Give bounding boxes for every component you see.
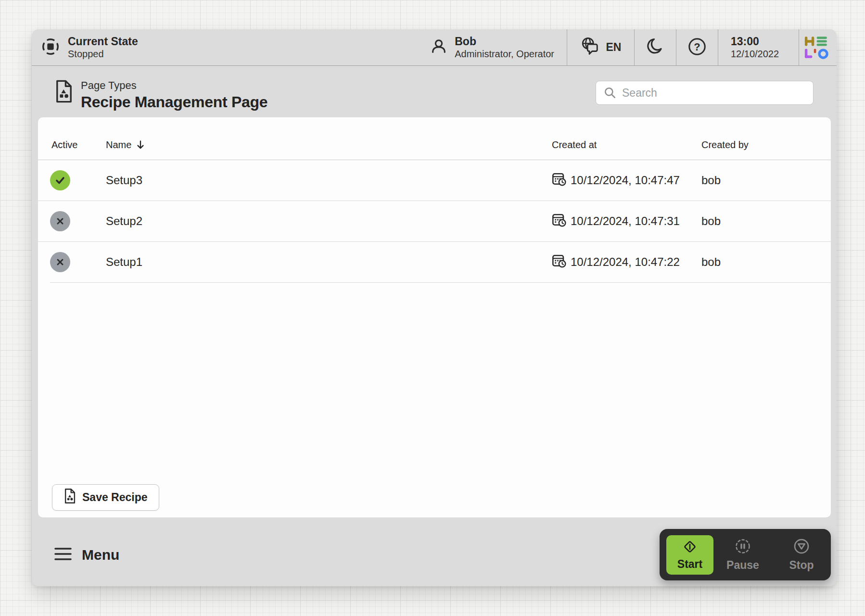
active-status-toggle[interactable]: [50, 170, 70, 190]
stop-icon: [793, 538, 810, 556]
search-icon: [604, 87, 616, 99]
recipe-created-at: 10/12/2024, 10:47:47: [571, 174, 680, 187]
stopped-state-icon: [40, 37, 61, 59]
recipe-row[interactable]: Setup2 10/12/2024, 10:47:31 bob: [38, 201, 831, 241]
recipe-created-at: 10/12/2024, 10:47:31: [571, 214, 680, 228]
stop-button[interactable]: Stop: [772, 529, 831, 580]
page-title: Recipe Management Page: [81, 93, 267, 111]
recipe-name: Setup3: [106, 174, 552, 187]
state-value: Stopped: [68, 48, 138, 60]
recipe-page-icon: [54, 79, 74, 105]
dark-mode-toggle[interactable]: [634, 29, 676, 65]
column-header-created-by[interactable]: Created by: [701, 139, 831, 151]
hamburger-icon: [54, 547, 72, 563]
language-code: EN: [606, 41, 622, 54]
user-roles: Administrator, Operator: [455, 48, 554, 60]
pause-icon: [734, 538, 751, 556]
table-bottom-divider: [50, 282, 831, 283]
menu-label: Menu: [82, 547, 119, 563]
start-icon: [682, 539, 698, 556]
column-header-created-at[interactable]: Created at: [552, 139, 701, 151]
language-selector[interactable]: EN: [567, 29, 634, 65]
recipe-created-by: bob: [701, 174, 831, 187]
column-header-name[interactable]: Name: [106, 139, 552, 151]
pause-button[interactable]: Pause: [713, 529, 772, 580]
save-recipe-button[interactable]: Save Recipe: [52, 484, 159, 511]
clock-date: 12/10/2022: [731, 48, 779, 60]
recipe-row[interactable]: Setup1 10/12/2024, 10:47:22 bob: [38, 241, 831, 282]
search-box: [596, 81, 814, 105]
helio-logo: [799, 29, 837, 65]
user-icon: [430, 38, 448, 58]
stop-label: Stop: [789, 559, 814, 572]
save-recipe-label: Save Recipe: [82, 491, 148, 504]
user-menu[interactable]: Bob Administrator, Operator: [430, 29, 567, 65]
user-name: Bob: [455, 35, 554, 48]
check-icon: [54, 175, 66, 186]
x-icon: [54, 256, 66, 268]
app-window: Current State Stopped Bob Administrator,…: [32, 29, 837, 586]
clock-display: 13:00 12/10/2022: [718, 29, 799, 65]
pause-label: Pause: [726, 559, 759, 572]
svg-text:?: ?: [694, 40, 700, 52]
save-recipe-icon: [64, 488, 76, 507]
column-header-active[interactable]: Active: [50, 139, 106, 151]
language-globe-icon: [580, 37, 600, 59]
top-status-bar: Current State Stopped Bob Administrator,…: [32, 29, 837, 66]
moon-icon: [646, 37, 665, 58]
help-button[interactable]: ?: [676, 29, 718, 65]
recipe-created-at: 10/12/2024, 10:47:22: [571, 255, 680, 269]
x-icon: [54, 215, 66, 227]
table-body: Setup3 10/12/2024, 10:47:47 bob: [38, 160, 831, 282]
active-status-toggle[interactable]: [50, 211, 70, 231]
start-button[interactable]: Start: [666, 535, 713, 575]
recipe-name: Setup1: [106, 255, 552, 269]
recipe-created-by: bob: [701, 214, 831, 228]
table-header-row: Active Name Created at Created by: [38, 117, 831, 160]
calendar-clock-icon: [552, 213, 566, 230]
state-label: Current State: [68, 35, 138, 48]
start-label: Start: [677, 558, 702, 571]
help-icon: ?: [687, 37, 707, 59]
breadcrumb: Page Types: [81, 79, 267, 92]
menu-button[interactable]: Menu: [54, 543, 119, 567]
sort-descending-icon: [135, 139, 146, 150]
recipe-created-by: bob: [701, 255, 831, 269]
machine-state: Current State Stopped: [32, 29, 138, 65]
page-header: Page Types Recipe Management Page: [32, 66, 837, 117]
recipe-row[interactable]: Setup3 10/12/2024, 10:47:47 bob: [38, 160, 831, 201]
calendar-clock-icon: [552, 253, 566, 271]
calendar-clock-icon: [552, 172, 566, 189]
recipe-table-card: Active Name Created at Created by: [38, 117, 831, 517]
clock-time: 13:00: [731, 35, 779, 48]
machine-control-panel: Start Pause Stop: [660, 529, 831, 580]
search-input[interactable]: [596, 81, 814, 105]
recipe-name: Setup2: [106, 214, 552, 228]
active-status-toggle[interactable]: [50, 252, 70, 272]
